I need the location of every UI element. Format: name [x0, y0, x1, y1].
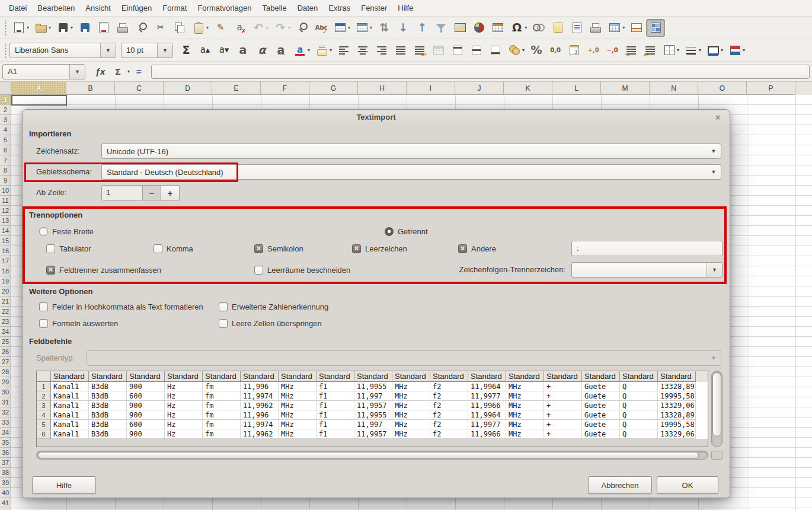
row-header-2[interactable]: 2	[0, 105, 11, 115]
align-center-vertical-button[interactable]	[467, 42, 486, 59]
chevron-down-icon[interactable]: ▼	[100, 43, 116, 58]
preview-cell[interactable]: Hz	[165, 410, 203, 420]
preview-cell[interactable]: 11,997	[354, 420, 392, 429]
checkbox-leere-zellen-ueberspringen[interactable]: Leere Zellen überspringen	[219, 317, 322, 329]
preview-cell[interactable]: Guete	[582, 410, 620, 420]
preview-cell[interactable]: MHz	[279, 429, 317, 439]
preview-cell[interactable]: 13328,89	[658, 410, 696, 420]
selected-cell-a1[interactable]	[11, 95, 67, 106]
preview-cell[interactable]: f1	[317, 401, 354, 410]
borders-button[interactable]: ▾	[660, 42, 682, 59]
column-header-g[interactable]: G	[309, 82, 358, 95]
preview-cell[interactable]: f2	[430, 391, 468, 401]
align-right-button[interactable]	[372, 42, 391, 59]
preview-cell[interactable]: MHz	[392, 420, 430, 429]
preview-column-header[interactable]: Standard	[544, 371, 582, 382]
preview-cell[interactable]: Hz	[165, 391, 203, 401]
preview-cell[interactable]: B3dB	[89, 429, 127, 439]
preview-cell[interactable]: 11,996	[241, 410, 279, 420]
preview-cell[interactable]: fm	[203, 382, 241, 391]
row-header-25[interactable]: 25	[0, 337, 11, 347]
preview-cell[interactable]: fm	[203, 420, 241, 429]
menu-hilfe[interactable]: Hilfe	[392, 0, 418, 17]
preview-cell[interactable]: f1	[317, 420, 354, 429]
row-header-34[interactable]: 34	[0, 428, 11, 438]
toolbar-drag-handle[interactable]	[3, 20, 8, 36]
align-center-button[interactable]	[353, 42, 372, 59]
preview-cell[interactable]: Hz	[165, 429, 203, 439]
spelling-button[interactable]: Abc	[312, 19, 331, 37]
menu-tabelle[interactable]: Tabelle	[257, 0, 292, 17]
checkbox-semikolon[interactable]: Semikolon	[254, 243, 303, 254]
chevron-down-icon[interactable]: ▼	[69, 65, 85, 79]
row-header-7[interactable]: 7	[0, 155, 11, 165]
preview-cell[interactable]: MHz	[279, 410, 317, 420]
row-header-31[interactable]: 31	[0, 397, 11, 407]
column-header-a[interactable]: A	[11, 82, 66, 95]
help-button[interactable]: Hilfe	[32, 476, 96, 494]
copy-button[interactable]	[170, 19, 189, 37]
preview-cell[interactable]: f1	[317, 382, 354, 391]
paste-button[interactable]: ▾	[189, 19, 211, 37]
preview-column-header[interactable]: Standard	[620, 371, 658, 382]
row-header-28[interactable]: 28	[0, 367, 11, 377]
print-button[interactable]	[113, 19, 132, 37]
chevron-down-icon[interactable]: ▼	[157, 43, 172, 58]
row-header-19[interactable]: 19	[0, 276, 11, 286]
preview-cell[interactable]: Guete	[582, 391, 620, 401]
preview-column-header[interactable]: Standard	[506, 371, 544, 382]
preview-cell[interactable]: 19995,58	[658, 420, 696, 429]
increase-indent-button[interactable]	[622, 42, 641, 59]
menu-extras[interactable]: Extras	[323, 0, 356, 17]
preview-cell[interactable]: fm	[203, 410, 241, 420]
insert-image-button[interactable]	[450, 19, 469, 37]
checkbox-formeln-auswerten[interactable]: Formeln auswerten	[39, 317, 118, 329]
sort-descending-button[interactable]: ↑	[413, 19, 431, 37]
scrollbar-thumb[interactable]	[38, 452, 699, 458]
column-header-j[interactable]: J	[455, 82, 504, 95]
checkbox-andere[interactable]: Andere	[458, 243, 496, 254]
preview-cell[interactable]: 900	[127, 401, 165, 410]
row-header-26[interactable]: 26	[0, 347, 11, 357]
preview-cell[interactable]: MHz	[392, 391, 430, 401]
row-header-36[interactable]: 36	[0, 448, 11, 458]
row-header-12[interactable]: 12	[0, 206, 11, 216]
preview-cell[interactable]: 11,997	[354, 391, 392, 401]
row-header-38[interactable]: 38	[0, 468, 11, 478]
delete-decimal-button[interactable]: −,0	[603, 42, 622, 59]
autofilter-button[interactable]	[431, 19, 450, 37]
checkbox-tabulator[interactable]: Tabulator	[46, 243, 91, 254]
insert-comment-button[interactable]	[548, 19, 567, 37]
preview-cell[interactable]: f2	[430, 429, 468, 439]
preview-column-header[interactable]: Standard	[51, 371, 89, 382]
preview-column-header[interactable]: Standard	[354, 371, 392, 382]
preview-column-header[interactable]: Standard	[582, 371, 620, 382]
string-delimiter-combobox[interactable]: ▼	[571, 262, 723, 278]
preview-cell[interactable]: Kanal1	[51, 382, 89, 391]
preview-cell[interactable]: 900	[127, 382, 165, 391]
table-button[interactable]: ▾	[331, 19, 353, 37]
clear-formatting-button[interactable]: a	[230, 19, 249, 37]
row-header-14[interactable]: 14	[0, 226, 11, 236]
row-header-6[interactable]: 6	[0, 145, 11, 155]
row-header-13[interactable]: 13	[0, 216, 11, 226]
preview-cell[interactable]: Guete	[582, 429, 620, 439]
preview-cell[interactable]: fm	[203, 401, 241, 410]
preview-cell[interactable]: MHz	[506, 401, 544, 410]
row-header-22[interactable]: 22	[0, 307, 11, 317]
column-header-m[interactable]: M	[601, 82, 650, 95]
insert-column-button[interactable]: ▾	[353, 19, 375, 37]
row-header-18[interactable]: 18	[0, 266, 11, 276]
preview-cell[interactable]: 11,996	[241, 382, 279, 391]
preview-cell[interactable]: MHz	[392, 401, 430, 410]
preview-cell[interactable]: MHz	[279, 382, 317, 391]
print-area-button[interactable]	[586, 19, 605, 37]
preview-cell[interactable]: +	[544, 420, 582, 429]
preview-cell[interactable]: +	[544, 391, 582, 401]
preview-cell[interactable]: Kanal1	[51, 391, 89, 401]
align-left-button[interactable]	[334, 42, 353, 59]
column-header-p[interactable]: P	[747, 82, 795, 95]
preview-column-header[interactable]: Standard	[392, 371, 430, 382]
preview-cell[interactable]: 19995,58	[658, 391, 696, 401]
number-format-button[interactable]: 0,0	[546, 42, 565, 59]
